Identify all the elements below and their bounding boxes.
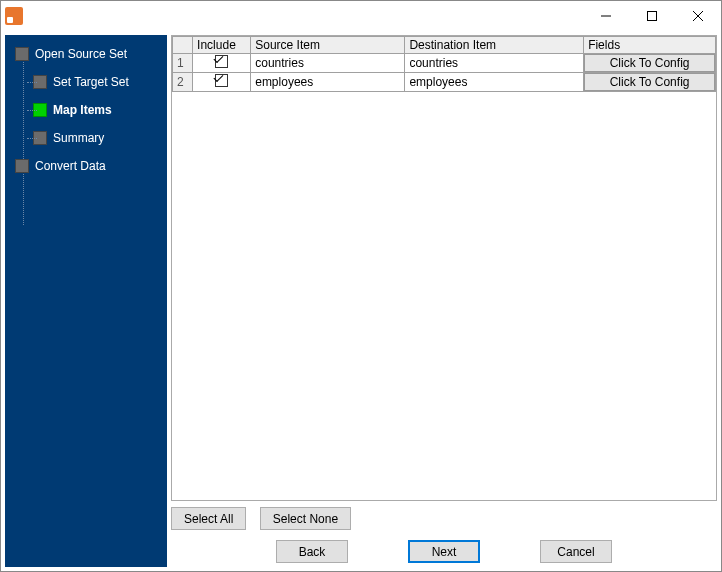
destination-item-cell[interactable]: employees — [405, 73, 584, 92]
step-map-items[interactable]: Map Items — [33, 103, 163, 117]
table-row[interactable]: 1countriescountriesClick To Config — [173, 54, 716, 73]
cancel-button[interactable]: Cancel — [540, 540, 612, 563]
fields-cell: Click To Config — [584, 73, 716, 92]
row-header-blank — [173, 37, 193, 54]
step-set-target-set[interactable]: Set Target Set — [33, 75, 163, 89]
source-item-cell[interactable]: countries — [251, 54, 405, 73]
app-icon — [5, 7, 23, 25]
back-button[interactable]: Back — [276, 540, 348, 563]
selection-buttons-row: Select All Select None — [171, 501, 717, 530]
source-item-cell[interactable]: employees — [251, 73, 405, 92]
minimize-button[interactable] — [583, 1, 629, 31]
click-to-config-button[interactable]: Click To Config — [584, 54, 715, 72]
step-label: Open Source Set — [35, 47, 127, 61]
col-header-fields[interactable]: Fields — [584, 37, 716, 54]
click-to-config-button[interactable]: Click To Config — [584, 73, 715, 91]
title-bar — [1, 1, 721, 31]
include-checkbox[interactable] — [215, 74, 228, 87]
step-convert-data[interactable]: Convert Data — [15, 159, 163, 173]
step-label: Set Target Set — [53, 75, 129, 89]
window-controls — [583, 1, 721, 31]
wizard-steps-sidebar: Open Source Set Set Target SetMap ItemsS… — [5, 35, 167, 567]
step-box-icon — [15, 47, 29, 61]
destination-item-cell[interactable]: countries — [405, 54, 584, 73]
step-label: Summary — [53, 131, 104, 145]
step-box-icon — [33, 103, 47, 117]
close-button[interactable] — [675, 1, 721, 31]
wizard-nav-row: Back Next Cancel — [171, 530, 717, 567]
next-button[interactable]: Next — [408, 540, 480, 563]
include-checkbox[interactable] — [215, 55, 228, 68]
step-summary[interactable]: Summary — [33, 131, 163, 145]
col-header-include[interactable]: Include — [193, 37, 251, 54]
step-label: Map Items — [53, 103, 112, 117]
mapping-grid: Include Source Item Destination Item Fie… — [171, 35, 717, 501]
main-panel: Include Source Item Destination Item Fie… — [171, 35, 717, 567]
step-box-icon — [15, 159, 29, 173]
select-none-button[interactable]: Select None — [260, 507, 351, 530]
fields-cell: Click To Config — [584, 54, 716, 73]
maximize-button[interactable] — [629, 1, 675, 31]
col-header-source[interactable]: Source Item — [251, 37, 405, 54]
table-row[interactable]: 2employeesemployeesClick To Config — [173, 73, 716, 92]
step-open-source-set[interactable]: Open Source Set — [15, 47, 163, 61]
select-all-button[interactable]: Select All — [171, 507, 246, 530]
row-number: 1 — [173, 54, 193, 73]
wizard-window: Open Source Set Set Target SetMap ItemsS… — [0, 0, 722, 572]
include-cell — [193, 73, 251, 92]
row-number: 2 — [173, 73, 193, 92]
step-label: Convert Data — [35, 159, 106, 173]
include-cell — [193, 54, 251, 73]
step-box-icon — [33, 131, 47, 145]
col-header-destination[interactable]: Destination Item — [405, 37, 584, 54]
svg-rect-0 — [648, 12, 657, 21]
step-box-icon — [33, 75, 47, 89]
